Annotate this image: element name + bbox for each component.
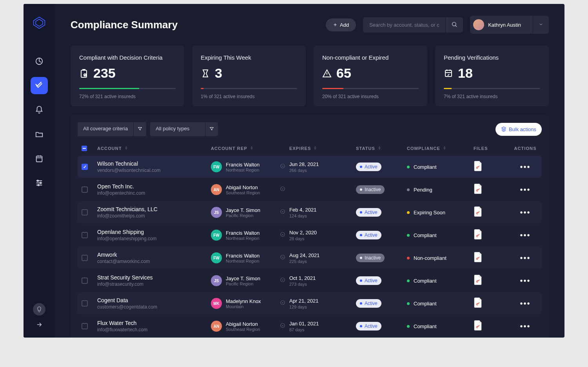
add-button-label: Add bbox=[340, 22, 349, 28]
pdf-file-icon[interactable] bbox=[474, 229, 482, 239]
table-row[interactable]: Openlane Shipping info@openlaneshipping.… bbox=[78, 224, 542, 246]
pdf-file-icon[interactable] bbox=[474, 184, 482, 194]
col-account[interactable]: ACCOUNT bbox=[97, 146, 211, 151]
card-icon bbox=[444, 69, 453, 78]
rep-avatar: FW bbox=[211, 161, 222, 172]
account-name: Strat Security Services bbox=[97, 274, 211, 281]
pdf-file-icon[interactable] bbox=[474, 161, 482, 171]
row-checkbox[interactable] bbox=[82, 300, 88, 307]
row-checkbox[interactable] bbox=[82, 209, 88, 215]
rep-avatar: FW bbox=[211, 230, 222, 241]
rep-avatar: AN bbox=[211, 321, 222, 332]
summary-card[interactable]: Pending Verifications 18 7% of 321 activ… bbox=[435, 46, 549, 106]
account-email: info@strasecurity.com bbox=[97, 281, 211, 287]
bulk-actions-button[interactable]: Bulk actions bbox=[495, 123, 542, 136]
chevron-down-icon[interactable] bbox=[280, 163, 285, 170]
sort-icon bbox=[313, 146, 317, 151]
nav-help-icon[interactable] bbox=[33, 303, 45, 316]
card-title: Compliant with Decision Criteria bbox=[79, 54, 176, 61]
chevron-down-icon[interactable] bbox=[280, 186, 285, 193]
search-input[interactable] bbox=[363, 17, 445, 33]
rep-name: Madelynn Knox bbox=[226, 298, 261, 304]
summary-card[interactable]: Expiring This Week 3 1% of 321 active in… bbox=[192, 46, 306, 106]
row-actions-menu[interactable]: ••• bbox=[513, 163, 538, 172]
summary-card[interactable]: Non-compliant or Expired 65 20% of 321 a… bbox=[314, 46, 427, 106]
pdf-file-icon[interactable] bbox=[474, 275, 482, 285]
col-status[interactable]: STATUS bbox=[356, 146, 407, 151]
rep-region: Pacific Region bbox=[226, 213, 260, 218]
card-icon bbox=[201, 69, 210, 78]
chevron-down-icon[interactable] bbox=[280, 254, 285, 261]
nav-dashboard[interactable] bbox=[31, 53, 48, 70]
row-actions-menu[interactable]: ••• bbox=[513, 299, 538, 308]
row-actions-menu[interactable]: ••• bbox=[513, 208, 538, 217]
search-button[interactable] bbox=[445, 17, 463, 33]
account-name: Cogent Data bbox=[97, 297, 211, 303]
pdf-file-icon[interactable] bbox=[474, 206, 482, 217]
row-actions-menu[interactable]: ••• bbox=[513, 322, 538, 331]
filter-icon[interactable] bbox=[205, 122, 218, 136]
expires-date: Aug 24, 2021 bbox=[289, 252, 356, 258]
chevron-down-icon[interactable] bbox=[280, 300, 285, 307]
row-checkbox[interactable] bbox=[82, 232, 88, 238]
rep-name: Abigail Norton bbox=[226, 321, 260, 327]
row-checkbox[interactable] bbox=[82, 186, 88, 193]
sort-icon bbox=[250, 146, 254, 151]
col-compliance[interactable]: COMPLIANCE bbox=[407, 146, 474, 151]
filter-policy[interactable]: All policy types bbox=[150, 122, 218, 136]
col-expires[interactable]: EXPIRES bbox=[289, 146, 356, 151]
row-actions-menu[interactable]: ••• bbox=[513, 231, 538, 240]
pdf-file-icon[interactable] bbox=[474, 320, 482, 330]
svg-point-4 bbox=[37, 180, 39, 182]
col-rep[interactable]: ACCOUNT REP bbox=[211, 146, 289, 151]
row-checkbox[interactable] bbox=[82, 278, 88, 284]
chevron-down-icon[interactable] bbox=[533, 16, 549, 34]
chevron-down-icon[interactable] bbox=[280, 323, 285, 330]
table-row[interactable]: ZoomIt Technicians, LLC info@zoomithelps… bbox=[78, 201, 542, 223]
compliance-status: Compliant bbox=[407, 164, 474, 170]
side-nav bbox=[24, 4, 55, 338]
card-icon bbox=[322, 69, 332, 78]
add-button[interactable]: Add bbox=[326, 18, 356, 31]
expires-date: Feb 4, 2021 bbox=[289, 207, 356, 213]
chevron-down-icon[interactable] bbox=[280, 277, 285, 284]
chevron-down-icon[interactable] bbox=[280, 209, 285, 216]
pdf-file-icon[interactable] bbox=[474, 252, 482, 262]
row-actions-menu[interactable]: ••• bbox=[513, 254, 538, 263]
table-row[interactable]: Strat Security Services info@strasecurit… bbox=[78, 270, 542, 292]
account-email: contact@amworkinc.com bbox=[97, 259, 211, 264]
nav-calendar[interactable] bbox=[31, 150, 48, 167]
pdf-file-icon[interactable] bbox=[474, 298, 482, 308]
rep-name: Francis Walton bbox=[226, 253, 260, 259]
rep-name: Abigail Norton bbox=[226, 184, 260, 190]
row-actions-menu[interactable]: ••• bbox=[513, 185, 538, 194]
card-value: 235 bbox=[93, 66, 116, 81]
summary-card[interactable]: Compliant with Decision Criteria 235 72%… bbox=[71, 46, 184, 106]
row-checkbox[interactable] bbox=[82, 255, 88, 261]
filter-icon[interactable] bbox=[133, 122, 146, 136]
table-row[interactable]: Wilson Technical vendors@wilsontechnical… bbox=[78, 156, 542, 178]
row-checkbox[interactable] bbox=[82, 323, 88, 329]
table-row[interactable]: Flux Water Tech info@fluxwatertech.com A… bbox=[78, 315, 542, 337]
user-menu[interactable]: Kathryn Austin bbox=[470, 16, 549, 34]
status-badge: Active bbox=[356, 322, 381, 330]
nav-settings[interactable] bbox=[31, 174, 48, 192]
row-actions-menu[interactable]: ••• bbox=[513, 276, 538, 285]
filter-coverage[interactable]: All coverage criteria bbox=[78, 122, 146, 136]
nav-folders[interactable] bbox=[31, 126, 48, 143]
svg-point-13 bbox=[281, 210, 285, 214]
row-checkbox[interactable] bbox=[82, 164, 88, 170]
nav-compliance[interactable] bbox=[31, 77, 48, 94]
account-name: ZoomIt Technicians, LLC bbox=[97, 206, 211, 212]
expires-days: 266 days bbox=[289, 168, 356, 173]
nav-collapse-icon[interactable] bbox=[36, 321, 43, 330]
select-all-checkbox[interactable] bbox=[82, 146, 87, 151]
rep-name: Jayce T. Simon bbox=[226, 276, 260, 281]
chevron-down-icon[interactable] bbox=[280, 232, 285, 239]
card-progress bbox=[322, 88, 419, 89]
nav-notifications[interactable] bbox=[31, 101, 48, 119]
table-row[interactable]: Cogent Data customers@cogentdata.com MK … bbox=[78, 292, 542, 314]
table-row[interactable]: Open Tech Inc. info@opentechinc.com AN A… bbox=[78, 179, 542, 201]
svg-point-5 bbox=[40, 182, 42, 184]
table-row[interactable]: Amwork contact@amworkinc.com FW Francis … bbox=[78, 247, 542, 269]
